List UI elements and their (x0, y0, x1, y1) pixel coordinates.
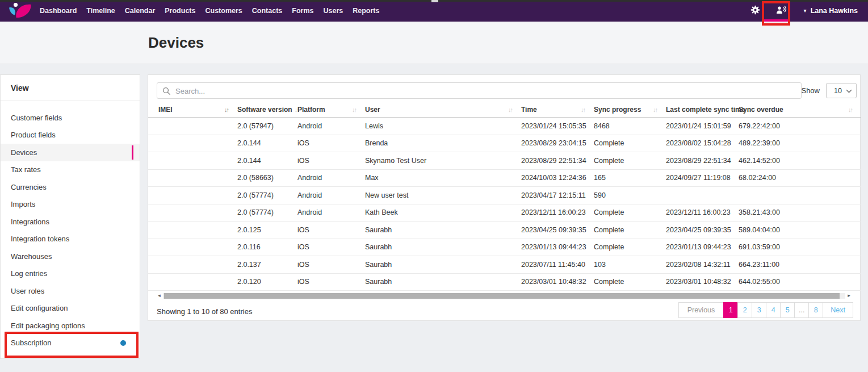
nav-item-customers[interactable]: Customers (205, 7, 242, 15)
table-cell: 664.23:11:00 (739, 256, 861, 274)
pagination-page-8[interactable]: 8 (808, 302, 823, 318)
user-name: Lana Hawkins (811, 7, 858, 15)
announcements-button[interactable] (769, 0, 795, 22)
sidebar-item-warehouses[interactable]: Warehouses (1, 248, 140, 265)
pagination-next-button[interactable]: Next (823, 302, 853, 318)
user-menu[interactable]: ▾ Lana Hawkins (804, 7, 858, 15)
column-label: Time (521, 106, 537, 114)
devices-panel: Show 10 IMEI↓↑Software version↓↑Platform… (148, 74, 861, 321)
table-row[interactable]: 2.0 (57947)AndroidLewis2023/01/24 15:05:… (148, 118, 861, 135)
search-icon (162, 87, 171, 98)
table-row[interactable]: 2.0.120iOSSaurabh2023/03/01 10:48:32Comp… (148, 273, 861, 291)
sidebar-item-currencies[interactable]: Currencies (1, 178, 140, 196)
sort-icon[interactable]: ↓↑ (352, 106, 356, 113)
sidebar-item-label: Integrations (11, 218, 49, 226)
table-footer: Showing 1 to 10 of 80 entries Previous12… (148, 299, 860, 325)
table-cell (148, 204, 237, 221)
sidebar-item-log-entries[interactable]: Log entries (1, 265, 140, 283)
table-row[interactable]: 2.0.144iOSBrenda2023/08/29 23:04:15Compl… (148, 135, 861, 152)
pagination-page-4[interactable]: 4 (766, 302, 781, 318)
devices-table: IMEI↓↑Software version↓↑Platform↓↑User↓↑… (148, 102, 861, 291)
table-cell: 8468 (594, 118, 666, 135)
nav-item-calendar[interactable]: Calendar (125, 7, 156, 15)
table-cell: Complete (594, 135, 666, 152)
nav-item-products[interactable]: Products (165, 7, 195, 15)
sidebar-item-customer-fields[interactable]: Customer fields (1, 109, 140, 127)
settings-button[interactable] (743, 0, 769, 22)
column-header-platform[interactable]: Platform↓↑ (297, 102, 365, 118)
table-cell (148, 221, 237, 239)
sidebar-item-edit-packaging-options[interactable]: Edit packaging options (1, 317, 140, 335)
table-row[interactable]: 2.0 (58663)AndroidMax2024/10/03 12:24:36… (148, 169, 861, 187)
scroll-left-icon[interactable]: ◂ (156, 292, 163, 299)
table-cell: iOS (297, 239, 365, 256)
table-cell: Android (297, 204, 365, 221)
pagination-page-2[interactable]: 2 (737, 302, 752, 318)
nav-item-timeline[interactable]: Timeline (86, 7, 115, 15)
column-header-user[interactable]: User↓↑ (365, 102, 521, 118)
nav-item-contacts[interactable]: Contacts (252, 7, 282, 15)
table-cell: Complete (594, 221, 666, 239)
pagination-page-5[interactable]: 5 (780, 302, 795, 318)
nav-item-dashboard[interactable]: Dashboard (40, 7, 77, 15)
table-row[interactable]: 2.0.125iOSSaurabh2023/04/25 09:39:35Comp… (148, 221, 861, 239)
column-label: Sync overdue (739, 106, 783, 114)
pagination: Previous12345...8Next (679, 302, 853, 318)
sort-icon[interactable]: ↓↑ (224, 106, 228, 113)
sidebar-item-integrations[interactable]: Integrations (1, 213, 140, 231)
sort-icon[interactable]: ↓↑ (653, 106, 657, 113)
sidebar-list: Customer fieldsProduct fieldsDevicesTax … (1, 101, 140, 352)
table-cell: Saurabh (365, 221, 521, 239)
sidebar-item-imports[interactable]: Imports (1, 196, 140, 214)
pagination-page-1[interactable]: 1 (723, 302, 738, 318)
column-header-sync-overdue[interactable]: Sync overdue↓↑ (739, 102, 861, 118)
table-cell: iOS (297, 135, 365, 152)
sidebar-item-subscription[interactable]: Subscription (1, 335, 140, 352)
column-header-software-version[interactable]: Software version↓↑ (237, 102, 297, 118)
column-label: IMEI (158, 106, 173, 114)
sidebar-item-edit-configuration[interactable]: Edit configuration (1, 300, 140, 317)
nav-item-reports[interactable]: Reports (353, 7, 379, 15)
skynamo-logo-icon (8, 2, 33, 20)
table-cell: 2023/03/01 10:48:32 (666, 273, 739, 291)
sidebar-item-label: User roles (11, 287, 44, 295)
sort-icon[interactable]: ↓↑ (848, 106, 852, 113)
sidebar-item-label: Imports (11, 200, 35, 208)
search-box (157, 82, 802, 99)
pagination-page-3[interactable]: 3 (752, 302, 766, 318)
table-row[interactable]: 2.0.137iOSSaurabh2023/07/11 11:45:401032… (148, 256, 861, 274)
table-cell: Max (365, 169, 521, 187)
table-cell: Saurabh (365, 273, 521, 291)
sidebar: View Customer fieldsProduct fieldsDevice… (0, 74, 140, 359)
table-cell: 679.22:42:00 (739, 118, 861, 135)
search-input[interactable] (174, 83, 795, 99)
sidebar-item-user-roles[interactable]: User roles (1, 282, 140, 300)
table-row[interactable]: 2.0 (57774)AndroidKath Beek2023/12/11 16… (148, 204, 861, 221)
scroll-right-icon[interactable]: ▸ (845, 292, 853, 299)
nav-item-users[interactable]: Users (323, 7, 343, 15)
table-cell: Complete (594, 239, 666, 256)
sidebar-item-integration-tokens[interactable]: Integration tokens (1, 231, 140, 248)
sort-icon[interactable]: ↓↑ (508, 106, 512, 113)
scrollbar-track[interactable] (163, 293, 845, 299)
sidebar-item-devices[interactable]: Devices (1, 144, 140, 161)
column-header-sync-progress[interactable]: Sync progress↓↑ (594, 102, 666, 118)
table-cell: Complete (594, 152, 666, 170)
sort-icon[interactable]: ↓↑ (581, 106, 585, 113)
table-cell: Skynamo Test User (365, 152, 521, 170)
sidebar-item-tax-rates[interactable]: Tax rates (1, 161, 140, 179)
table-row[interactable]: 2.0.144iOSSkynamo Test User2023/08/29 22… (148, 152, 861, 170)
sidebar-item-product-fields[interactable]: Product fields (1, 127, 140, 144)
pagination-previous-button[interactable]: Previous (678, 302, 724, 318)
table-cell (148, 152, 237, 170)
nav-item-forms[interactable]: Forms (292, 7, 313, 15)
horizontal-scrollbar[interactable]: ◂ ▸ (156, 292, 853, 299)
column-header-time[interactable]: Time↓↑ (521, 102, 594, 118)
page-size-select[interactable]: 10 (826, 83, 857, 98)
column-header-last-complete-sync-time[interactable]: Last complete sync time↓↑ (666, 102, 739, 118)
table-row[interactable]: 2.0.116iOSSaurabh2023/01/13 09:44:23Comp… (148, 239, 861, 256)
table-row[interactable]: 2.0 (57774)AndroidNew user test2023/04/1… (148, 187, 861, 204)
column-header-imei[interactable]: IMEI↓↑ (148, 102, 237, 118)
scrollbar-thumb[interactable] (164, 293, 840, 299)
table-cell: 2.0 (58663) (237, 169, 297, 187)
